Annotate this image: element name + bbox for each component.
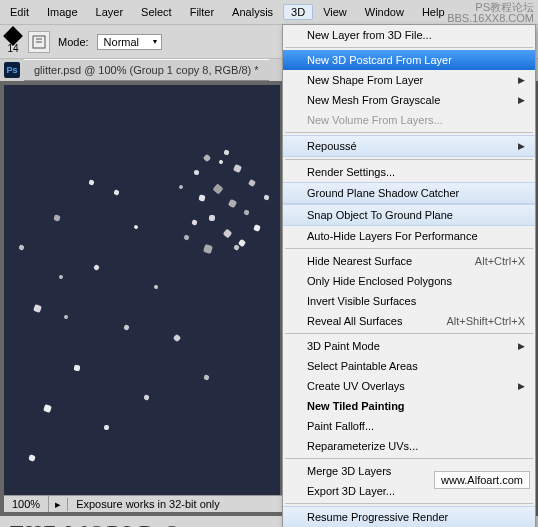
glitter-cluster (169, 145, 279, 265)
menu-filter[interactable]: Filter (182, 4, 222, 20)
menu-item[interactable]: Ground Plane Shadow Catcher (283, 182, 535, 204)
menu-item[interactable]: Auto-Hide Layers For Performance (283, 226, 535, 246)
menu-item[interactable]: Render Settings... (283, 162, 535, 182)
menu-item[interactable]: Resume Progressive Render (283, 506, 535, 527)
submenu-arrow-icon: ▶ (518, 95, 525, 105)
brush-preset-icon[interactable] (3, 26, 23, 46)
menu-item[interactable]: New Tiled Painting (283, 396, 535, 416)
menu-item[interactable]: Snap Object To Ground Plane (283, 204, 535, 226)
menu-item[interactable]: New Layer from 3D File... (283, 25, 535, 45)
menu-item[interactable]: Only Hide Enclosed Polygons (283, 271, 535, 291)
menu-image[interactable]: Image (39, 4, 86, 20)
toggle-panel-icon[interactable] (28, 31, 50, 53)
photoshop-badge-icon: Ps (4, 62, 20, 78)
submenu-arrow-icon: ▶ (518, 381, 525, 391)
menu-window[interactable]: Window (357, 4, 412, 20)
blend-mode-select[interactable]: Normal ▾ (97, 34, 162, 50)
3d-menu-dropdown: New Layer from 3D File...New 3D Postcard… (282, 24, 536, 527)
document-canvas[interactable]: // generate glitter dots (function(){ co… (4, 85, 280, 495)
status-flyout-icon[interactable]: ▸ (49, 498, 68, 511)
menu-item[interactable]: Hide Nearest SurfaceAlt+Ctrl+X (283, 251, 535, 271)
svg-point-1 (174, 155, 274, 255)
submenu-arrow-icon: ▶ (518, 75, 525, 85)
menu-item[interactable]: Create UV Overlays▶ (283, 376, 535, 396)
menu-item[interactable]: 3D Paint Mode▶ (283, 336, 535, 356)
menu-edit[interactable]: Edit (2, 4, 37, 20)
menu-select[interactable]: Select (133, 4, 180, 20)
submenu-arrow-icon: ▶ (518, 341, 525, 351)
menu-item[interactable]: Select Paintable Areas (283, 356, 535, 376)
submenu-arrow-icon: ▶ (518, 141, 525, 151)
menu-item[interactable]: New 3D Postcard From Layer (283, 50, 535, 70)
menu-item[interactable]: Invert Visible Surfaces (283, 291, 535, 311)
menu-item[interactable]: Repoussé▶ (283, 135, 535, 157)
document-tab[interactable]: glitter.psd @ 100% (Group 1 copy 8, RGB/… (24, 59, 269, 81)
menu-analysis[interactable]: Analysis (224, 4, 281, 20)
site-watermark: www.Alfoart.com (434, 471, 530, 489)
menu-item: New Volume From Layers... (283, 110, 535, 130)
menu-view[interactable]: View (315, 4, 355, 20)
menu-item[interactable]: Reveal All SurfacesAlt+Shift+Ctrl+X (283, 311, 535, 331)
zoom-level[interactable]: 100% (4, 496, 49, 512)
menu-item[interactable]: Reparameterize UVs... (283, 436, 535, 456)
menu-item[interactable]: New Shape From Layer▶ (283, 70, 535, 90)
mode-label: Mode: (58, 36, 89, 48)
menu-layer[interactable]: Layer (88, 4, 132, 20)
menu-item[interactable]: Paint Falloff... (283, 416, 535, 436)
menu-item[interactable]: New Mesh From Grayscale▶ (283, 90, 535, 110)
menu-3d[interactable]: 3D (283, 4, 313, 20)
site-watermark-top: PS教程论坛 BBS.16XX8.COM (447, 2, 534, 24)
